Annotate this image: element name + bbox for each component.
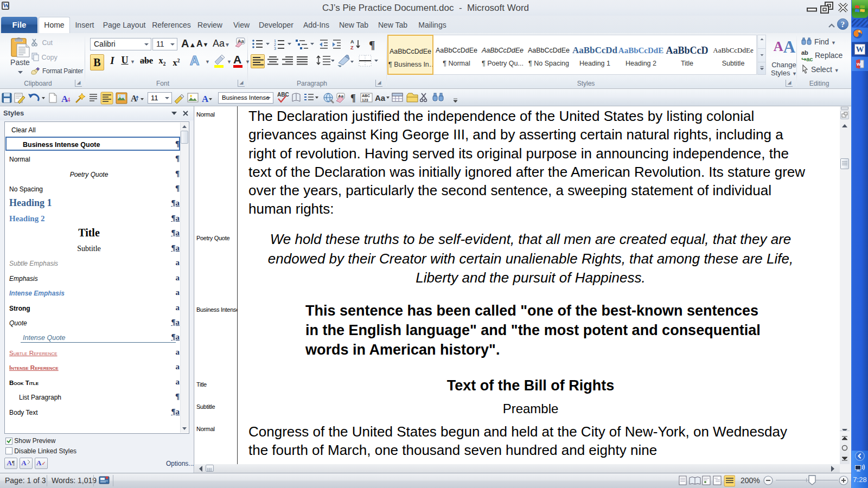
svg-text:2: 2 — [274, 43, 276, 47]
svg-text:¶: ¶ — [350, 93, 356, 104]
svg-text:Z: Z — [350, 45, 354, 50]
svg-text:A: A — [350, 39, 354, 44]
svg-text:¶: ¶ — [369, 38, 375, 50]
svg-text:1: 1 — [274, 39, 276, 43]
svg-text:4: 4 — [67, 95, 71, 104]
svg-text:A: A — [131, 94, 137, 103]
svg-text:123: 123 — [362, 98, 368, 102]
svg-text:A: A — [202, 94, 209, 104]
svg-text:Aa: Aa — [375, 93, 386, 102]
svg-text:ABC: ABC — [362, 94, 370, 98]
svg-text:ABC: ABC — [277, 92, 289, 98]
svg-text:W: W — [857, 62, 861, 67]
svg-text:3: 3 — [274, 47, 276, 50]
